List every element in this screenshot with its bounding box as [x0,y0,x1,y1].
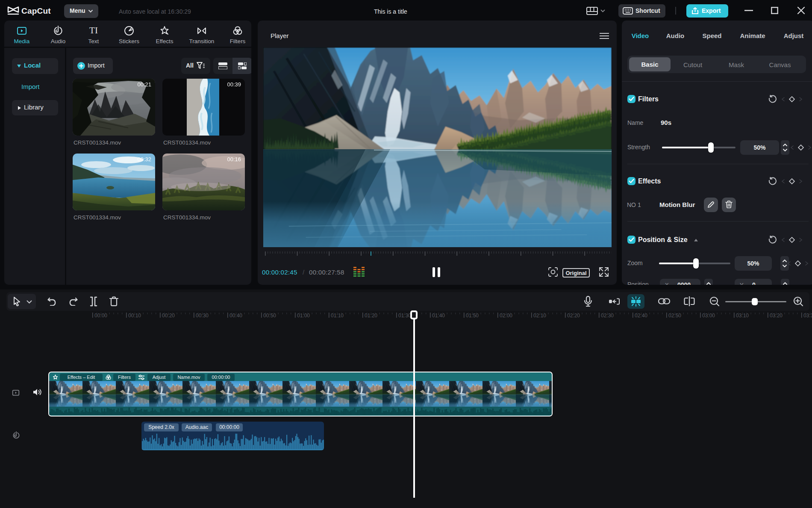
svg-text:TI: TI [89,25,98,35]
svg-text:03:30: 03:30 [803,313,812,319]
